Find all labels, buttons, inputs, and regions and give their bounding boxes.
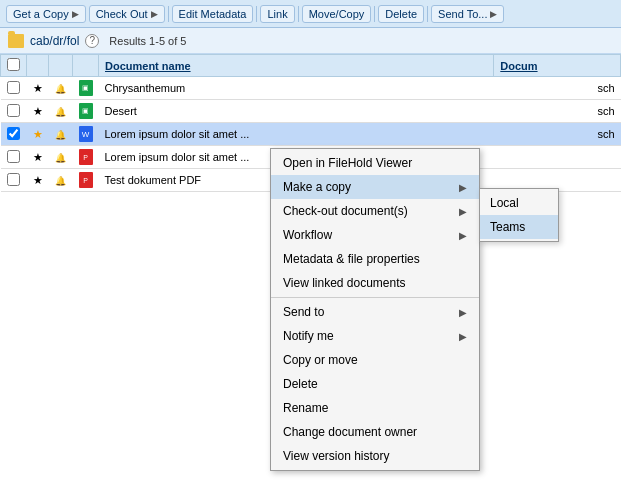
header-docum[interactable]: Docum	[494, 55, 621, 77]
row-document-name[interactable]: Chrysanthemum	[99, 77, 494, 100]
menu-open-viewer-label: Open in FileHold Viewer	[283, 156, 412, 170]
menu-notify[interactable]: Notify me ▶	[271, 324, 479, 348]
get-copy-arrow: ▶	[72, 9, 79, 19]
select-all-checkbox[interactable]	[7, 58, 20, 71]
folder-icon	[8, 34, 24, 48]
menu-send-to[interactable]: Send to ▶	[271, 300, 479, 324]
pdf-icon: P	[79, 172, 93, 188]
separator-3	[298, 6, 299, 22]
toolbar: Get a Copy ▶ Check Out ▶ Edit Metadata L…	[0, 0, 621, 28]
notify-arrow: ▶	[459, 331, 467, 342]
row-notify[interactable]: 🔔	[49, 77, 73, 100]
row-notify[interactable]: 🔔	[49, 123, 73, 146]
notify-icon: 🔔	[55, 152, 67, 164]
row-star[interactable]: ★	[27, 169, 49, 192]
edit-metadata-label: Edit Metadata	[179, 8, 247, 20]
send-to-button[interactable]: Send To... ▶	[431, 5, 504, 23]
send-to-arrow: ▶	[490, 9, 497, 19]
menu-metadata[interactable]: Metadata & file properties	[271, 247, 479, 271]
row-notify[interactable]: 🔔	[49, 169, 73, 192]
menu-workflow[interactable]: Workflow ▶	[271, 223, 479, 247]
row-checkbox-cell	[1, 123, 27, 146]
menu-open-viewer[interactable]: Open in FileHold Viewer	[271, 151, 479, 175]
get-copy-label: Get a Copy	[13, 8, 69, 20]
move-copy-button[interactable]: Move/Copy	[302, 5, 372, 23]
notify-icon: 🔔	[55, 175, 67, 187]
row-type-icon-cell: ▣	[73, 100, 99, 123]
menu-metadata-label: Metadata & file properties	[283, 252, 420, 266]
row-docum: sch	[494, 77, 621, 100]
delete-button[interactable]: Delete	[378, 5, 424, 23]
header-checkbox[interactable]	[1, 55, 27, 77]
submenu-teams[interactable]: Teams	[480, 215, 558, 239]
workflow-arrow: ▶	[459, 230, 467, 241]
row-docum: sch	[494, 123, 621, 146]
link-label: Link	[267, 8, 287, 20]
menu-linked[interactable]: View linked documents	[271, 271, 479, 295]
get-copy-button[interactable]: Get a Copy ▶	[6, 5, 86, 23]
delete-label: Delete	[385, 8, 417, 20]
separator-1	[168, 6, 169, 22]
row-checkbox-cell	[1, 169, 27, 192]
menu-copy-move[interactable]: Copy or move	[271, 348, 479, 372]
row-star[interactable]: ★	[27, 123, 49, 146]
check-out-arrow: ▶	[151, 9, 158, 19]
table-row: ★🔔▣Desertsch	[1, 100, 621, 123]
row-star[interactable]: ★	[27, 77, 49, 100]
header-notify	[49, 55, 73, 77]
header-star	[27, 55, 49, 77]
menu-linked-label: View linked documents	[283, 276, 406, 290]
table-header-row: Document name Docum	[1, 55, 621, 77]
menu-separator	[271, 297, 479, 298]
row-star[interactable]: ★	[27, 100, 49, 123]
row-checkbox[interactable]	[7, 173, 20, 186]
notify-icon: 🔔	[55, 106, 67, 118]
separator-2	[256, 6, 257, 22]
row-notify[interactable]: 🔔	[49, 146, 73, 169]
menu-version-history-label: View version history	[283, 449, 390, 463]
row-docum	[494, 146, 621, 169]
menu-delete[interactable]: Delete	[271, 372, 479, 396]
menu-rename-label: Rename	[283, 401, 328, 415]
menu-version-history[interactable]: View version history	[271, 444, 479, 468]
menu-change-owner[interactable]: Change document owner	[271, 420, 479, 444]
menu-checkout-label: Check-out document(s)	[283, 204, 408, 218]
edit-metadata-button[interactable]: Edit Metadata	[172, 5, 254, 23]
row-notify[interactable]: 🔔	[49, 100, 73, 123]
submenu-local-label: Local	[490, 196, 519, 210]
link-button[interactable]: Link	[260, 5, 294, 23]
menu-checkout[interactable]: Check-out document(s) ▶	[271, 199, 479, 223]
menu-delete-label: Delete	[283, 377, 318, 391]
notify-icon: 🔔	[55, 83, 67, 95]
row-star[interactable]: ★	[27, 146, 49, 169]
menu-rename[interactable]: Rename	[271, 396, 479, 420]
check-out-button[interactable]: Check Out ▶	[89, 5, 165, 23]
row-document-name[interactable]: Lorem ipsum dolor sit amet ...	[99, 123, 494, 146]
header-document-name[interactable]: Document name	[99, 55, 494, 77]
table-row: ★🔔WLorem ipsum dolor sit amet ...sch	[1, 123, 621, 146]
row-checkbox[interactable]	[7, 81, 20, 94]
row-checkbox[interactable]	[7, 150, 20, 163]
row-checkbox-cell	[1, 146, 27, 169]
row-type-icon-cell: P	[73, 146, 99, 169]
context-menu: Open in FileHold Viewer Make a copy ▶ Ch…	[270, 148, 480, 471]
help-icon[interactable]: ?	[85, 34, 99, 48]
menu-notify-label: Notify me	[283, 329, 334, 343]
row-checkbox[interactable]	[7, 104, 20, 117]
make-copy-arrow: ▶	[459, 182, 467, 193]
separator-4	[374, 6, 375, 22]
row-checkbox-cell	[1, 77, 27, 100]
submenu-teams-label: Teams	[490, 220, 525, 234]
row-checkbox[interactable]	[7, 127, 20, 140]
move-copy-label: Move/Copy	[309, 8, 365, 20]
submenu-local[interactable]: Local	[480, 191, 558, 215]
menu-make-copy[interactable]: Make a copy ▶	[271, 175, 479, 199]
row-document-name[interactable]: Desert	[99, 100, 494, 123]
row-checkbox-cell	[1, 100, 27, 123]
pdf-icon: P	[79, 149, 93, 165]
submenu: Local Teams	[479, 188, 559, 242]
img-icon: ▣	[79, 103, 93, 119]
breadcrumb-bar: cab/dr/fol ? Results 1-5 of 5	[0, 28, 621, 54]
img-icon: ▣	[79, 80, 93, 96]
breadcrumb-path: cab/dr/fol	[30, 34, 79, 48]
